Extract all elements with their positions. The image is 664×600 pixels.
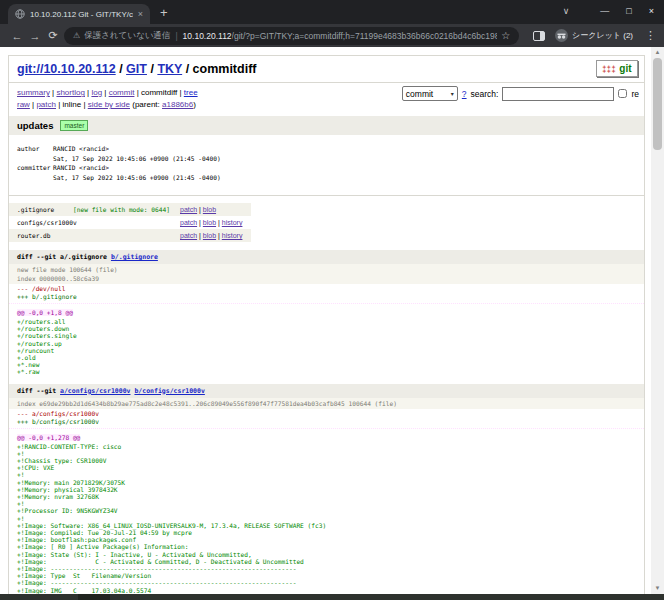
tab-close-icon[interactable]: × <box>138 10 143 19</box>
diff-line: +/routers.up <box>17 340 636 347</box>
diff-block-csr1000v: diff --git a/configs/csr1000v b/configs/… <box>9 384 644 594</box>
maximize-button[interactable]: □ <box>626 6 631 16</box>
committer-label: committer <box>17 163 53 173</box>
diff-line: +! <box>17 471 636 478</box>
diff-line: +! <box>17 500 636 507</box>
gitweb-logo-button[interactable]: ++++++ git <box>596 60 638 77</box>
search-input[interactable] <box>502 87 614 101</box>
diff-header: diff --git a/.gitignore b/.gitignore <box>9 250 644 264</box>
url-bar[interactable]: ⚠ 保護されていない通信 | 10.10.20.112 /git/?p=GIT/… <box>64 27 519 45</box>
not-secure-warning-icon: ⚠ <box>73 31 80 40</box>
author-date: Sat, 17 Sep 2022 10:45:06 +0900 (21:45 -… <box>53 154 221 164</box>
diff-line: +!Image: Software: X86_64_LINUX_IOSD-UNI… <box>17 522 636 529</box>
tab-strip: 10.10.20.112 Git - GIT/TKY/comm × + ∨ — … <box>0 0 664 24</box>
page-title: commitdiff <box>193 62 257 76</box>
diff-lines: +!RANCID-CONTENT-TYPE: cisco +! +!Chassi… <box>9 442 644 594</box>
diff-line: +!Memory: physical 3978432K <box>17 486 636 493</box>
patch-link[interactable]: patch <box>180 206 197 213</box>
breadcrumb-separator: / <box>116 62 126 76</box>
project-link[interactable]: TKY <box>157 62 182 76</box>
diff-file-link[interactable]: b/.gitignore <box>111 253 158 261</box>
breadcrumb-separator: / <box>147 62 157 76</box>
browser-tab[interactable]: 10.10.20.112 Git - GIT/TKY/comm × <box>8 4 150 24</box>
parent-commit-link[interactable]: a1886b6 <box>162 100 193 109</box>
diff-line: +!CPU: VXE <box>17 464 636 471</box>
patch-link[interactable]: patch <box>180 232 197 239</box>
scrollbar-thumb[interactable] <box>653 58 662 150</box>
blob-link[interactable]: blob <box>203 219 216 226</box>
patch-link[interactable]: patch <box>180 219 197 226</box>
group-link[interactable]: GIT <box>126 62 147 76</box>
diff-extended-header: new file mode 100644 (file) index 000000… <box>9 264 644 284</box>
diff-file-link-b[interactable]: b/configs/csr1000v <box>134 387 204 395</box>
git-logo-label: git <box>619 63 631 74</box>
file-status: [new file with mode: 0644] <box>73 206 170 213</box>
nav-side-by-side[interactable]: side by side <box>88 100 130 109</box>
history-link[interactable]: history <box>222 232 243 239</box>
diff-file-link-a[interactable]: a/configs/csr1000v <box>60 387 130 395</box>
diff-lines: +/routers.all +/routers.down +/routers.s… <box>9 317 644 376</box>
diff-line: +!Image: State (St): I - Inactive, U - A… <box>17 551 636 558</box>
file-name: configs/csr1000v <box>17 219 77 226</box>
url-separator: | <box>175 31 177 41</box>
diff-line: +/routers.down <box>17 325 636 332</box>
gitweb-content: git://10.10.20.112 / GIT / TKY / commitd… <box>8 55 645 594</box>
search-type-select[interactable]: commit ▾ <box>402 86 458 101</box>
tab-search-icon[interactable]: ∨ <box>563 6 570 16</box>
security-label[interactable]: 保護されていない通信 <box>84 30 170 42</box>
back-icon[interactable]: ← <box>8 30 26 42</box>
file-row: configs/csr1000v patch | blob | history <box>9 216 251 229</box>
commit-message: updates <box>17 120 53 131</box>
window-close-button[interactable]: × <box>649 6 654 16</box>
blob-link[interactable]: blob <box>203 206 216 213</box>
globe-favicon-icon <box>15 9 25 19</box>
history-link[interactable]: history <box>222 219 243 226</box>
new-tab-button[interactable]: + <box>160 4 168 22</box>
scroll-down-icon[interactable]: ▼ <box>651 583 664 594</box>
diff-line: +! <box>17 515 636 522</box>
regexp-checkbox[interactable] <box>618 89 627 98</box>
diff-line: +!RANCID-CONTENT-TYPE: cisco <box>17 443 636 450</box>
divider <box>9 195 644 196</box>
incognito-icon <box>555 29 568 42</box>
file-name: .gitignore <box>17 206 73 213</box>
committer-date: Sat, 17 Sep 2022 10:45:06 +0900 (21:45 -… <box>53 173 221 183</box>
diff-line: +*.new <box>17 361 636 368</box>
nav-summary[interactable]: summary <box>17 88 50 97</box>
diff-to-file: +++ b/configs/csr1000v <box>9 418 644 426</box>
bookmark-star-icon[interactable]: ☆ <box>501 30 510 41</box>
nav-log[interactable]: log <box>91 88 102 97</box>
page-viewport: git://10.10.20.112 / GIT / TKY / commitd… <box>0 47 664 594</box>
diff-line: +/routers.all <box>17 318 636 325</box>
diff-line: +/routers.single <box>17 332 636 339</box>
diff-line: +!Image: C - Activated & Committed, D - … <box>17 558 636 565</box>
commit-meta: authorRANCID <rancid> Sat, 17 Sep 2022 1… <box>9 135 644 195</box>
nav-raw[interactable]: raw <box>17 100 30 109</box>
minimize-button[interactable]: — <box>600 6 609 16</box>
url-host: 10.10.20.112 <box>183 31 232 41</box>
repo-root-link[interactable]: git://10.10.20.112 <box>17 62 116 76</box>
diff-line: +!Image: Compiled: Tue 20-Jul-21 04:59 b… <box>17 529 636 536</box>
reload-icon[interactable]: ⟳ <box>44 29 62 42</box>
blob-link[interactable]: blob <box>203 232 216 239</box>
forward-icon[interactable]: → <box>26 30 44 42</box>
nav-patch[interactable]: patch <box>36 100 56 109</box>
diff-header: diff --git a/configs/csr1000v b/configs/… <box>9 384 644 398</box>
git-logo-dashes-icon: ++++++ <box>602 65 616 73</box>
vertical-scrollbar[interactable]: ▲ ▼ <box>651 47 664 594</box>
branch-badge[interactable]: master <box>60 120 88 131</box>
diff-line: +!Image: IMG C 17.03.04a.0.5574 <box>17 587 636 594</box>
author-value: RANCID <rancid> <box>53 144 109 154</box>
parent-suffix: ) <box>193 100 196 109</box>
incognito-label: シークレット (2) <box>572 30 633 41</box>
side-panel-icon[interactable] <box>533 31 545 41</box>
search-help-link[interactable]: ? <box>462 88 467 100</box>
nav-commit[interactable]: commit <box>109 88 135 97</box>
scroll-up-icon[interactable]: ▲ <box>651 47 664 58</box>
diff-extended-header: index e69de29bb2d1d6434b8b29ae775ad8c2e4… <box>9 398 644 409</box>
menu-kebab-icon[interactable]: ⋮ <box>645 29 656 42</box>
nav-shortlog[interactable]: shortlog <box>56 88 84 97</box>
diff-line: +!Memory: main 2071829K/3075K <box>17 479 636 486</box>
nav-tree[interactable]: tree <box>184 88 198 97</box>
commit-title-row[interactable]: updates master <box>9 116 644 135</box>
